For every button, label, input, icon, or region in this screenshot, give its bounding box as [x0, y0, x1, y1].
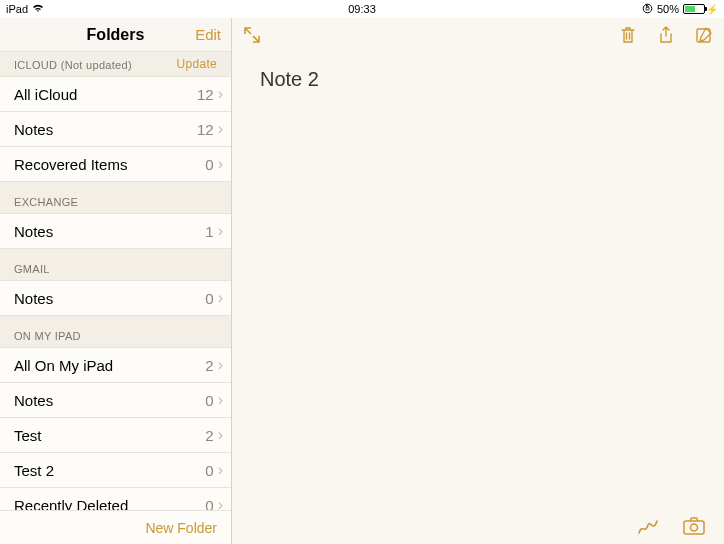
battery-icon: ⚡	[683, 4, 718, 15]
note-body[interactable]: Note 2	[232, 52, 724, 508]
chevron-right-icon: ›	[218, 121, 223, 137]
svg-rect-3	[684, 521, 704, 534]
app: Folders Edit ICLOUD (Not updated) Update…	[0, 18, 724, 544]
chevron-right-icon: ›	[218, 497, 223, 510]
note-title: Note 2	[260, 68, 696, 91]
folder-row[interactable]: Test 2 0 ›	[0, 452, 231, 488]
note-area: Note 2	[232, 18, 724, 544]
folder-row[interactable]: Recovered Items 0 ›	[0, 146, 231, 182]
folder-count: 0	[205, 290, 213, 307]
folder-count: 12	[197, 121, 214, 138]
fullscreen-icon[interactable]	[242, 25, 262, 45]
section-header-label: GMAIL	[14, 263, 50, 275]
folder-label: All On My iPad	[14, 357, 205, 374]
sidebar-header: Folders Edit	[0, 18, 231, 52]
section-header-label: EXCHANGE	[14, 196, 78, 208]
folder-label: Notes	[14, 121, 197, 138]
edit-button[interactable]: Edit	[195, 18, 221, 51]
chevron-right-icon: ›	[218, 86, 223, 102]
folder-label: Notes	[14, 223, 205, 240]
new-folder-label: New Folder	[145, 520, 217, 536]
folder-count: 12	[197, 86, 214, 103]
folder-row[interactable]: Notes 0 ›	[0, 382, 231, 418]
folder-row[interactable]: Recently Deleted 0 ›	[0, 487, 231, 510]
folder-count: 2	[205, 427, 213, 444]
folder-label: Test	[14, 427, 205, 444]
folder-label: Recently Deleted	[14, 497, 205, 511]
folder-list[interactable]: ICLOUD (Not updated) Update All iCloud 1…	[0, 52, 231, 510]
trash-icon[interactable]	[618, 25, 638, 45]
section-header-exchange: EXCHANGE	[0, 182, 231, 214]
folder-label: Notes	[14, 290, 205, 307]
chevron-right-icon: ›	[218, 223, 223, 239]
chevron-right-icon: ›	[218, 462, 223, 478]
folder-count: 0	[205, 392, 213, 409]
chevron-right-icon: ›	[218, 357, 223, 373]
folder-count: 0	[205, 497, 213, 511]
section-header-label: ON MY IPAD	[14, 330, 81, 342]
sidebar: Folders Edit ICLOUD (Not updated) Update…	[0, 18, 232, 544]
note-footer	[232, 508, 724, 544]
chevron-right-icon: ›	[218, 156, 223, 172]
note-toolbar	[232, 18, 724, 52]
folder-count: 0	[205, 462, 213, 479]
share-icon[interactable]	[656, 25, 676, 45]
folder-count: 2	[205, 357, 213, 374]
section-header-gmail: GMAIL	[0, 249, 231, 281]
folder-row[interactable]: All On My iPad 2 ›	[0, 347, 231, 383]
folder-row[interactable]: Notes 1 ›	[0, 213, 231, 249]
folder-count: 1	[205, 223, 213, 240]
folder-count: 0	[205, 156, 213, 173]
device-label: iPad	[6, 3, 28, 15]
compose-icon[interactable]	[694, 25, 714, 45]
section-header-onmyipad: ON MY IPAD	[0, 316, 231, 348]
svg-rect-1	[646, 7, 649, 10]
folder-row[interactable]: Notes 0 ›	[0, 280, 231, 316]
battery-percent: 50%	[657, 3, 679, 15]
folder-row[interactable]: Test 2 ›	[0, 417, 231, 453]
chevron-right-icon: ›	[218, 427, 223, 443]
folder-row[interactable]: Notes 12 ›	[0, 111, 231, 147]
clock: 09:33	[348, 3, 376, 15]
sidebar-title: Folders	[87, 26, 145, 44]
camera-icon[interactable]	[682, 515, 706, 537]
status-bar: iPad 09:33 50% ⚡	[0, 0, 724, 18]
update-button[interactable]: Update	[177, 57, 218, 71]
folder-label: Recovered Items	[14, 156, 205, 173]
wifi-icon	[32, 3, 44, 15]
draw-icon[interactable]	[636, 515, 660, 537]
chevron-right-icon: ›	[218, 392, 223, 408]
svg-point-4	[691, 524, 698, 531]
folder-label: All iCloud	[14, 86, 197, 103]
new-folder-button[interactable]: New Folder	[0, 510, 231, 544]
folder-label: Notes	[14, 392, 205, 409]
folder-row[interactable]: All iCloud 12 ›	[0, 76, 231, 112]
section-header-icloud: ICLOUD (Not updated) Update	[0, 52, 231, 77]
orientation-lock-icon	[642, 3, 653, 16]
folder-label: Test 2	[14, 462, 205, 479]
section-header-label: ICLOUD (Not updated)	[14, 59, 132, 71]
chevron-right-icon: ›	[218, 290, 223, 306]
